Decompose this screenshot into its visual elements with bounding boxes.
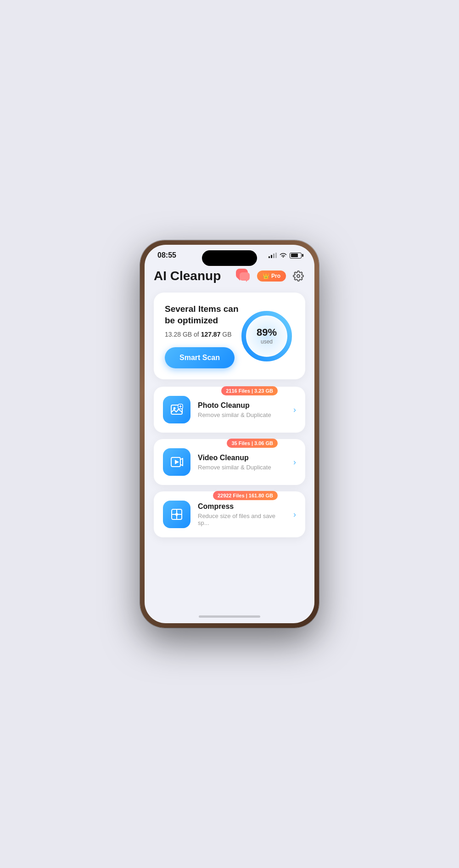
video-cleanup-chevron: › [293,457,296,467]
photo-cleanup-badge: 2116 Files | 3.23 GB [221,386,278,395]
compress-chevron: › [293,510,296,519]
crown-icon: 👑 [263,273,269,279]
chat-button[interactable] [235,268,252,284]
pro-badge-button[interactable]: 👑 Pro [257,271,286,282]
svg-point-0 [297,275,300,277]
settings-button[interactable] [291,269,305,283]
compress-icon [170,507,184,521]
status-icons [269,253,302,259]
photo-icon [170,403,184,417]
pro-label: Pro [271,273,280,279]
donut-label: used [257,338,277,345]
gear-icon [293,271,304,282]
main-content[interactable]: AI Cleanup 👑 Pro [145,263,314,609]
compress-text: Compress Reduce size of files and save s… [198,502,286,526]
compress-badge: 22922 Files | 161.80 GB [213,491,278,500]
signal-bar-4 [275,253,277,258]
status-time: 08:55 [157,251,176,259]
phone-frame: 08:55 [140,240,319,628]
compress-card[interactable]: 22922 Files | 161.80 GB Compress Reduce … [154,491,305,537]
header-actions: 👑 Pro [235,268,305,284]
compress-icon-box [163,501,190,528]
video-icon [170,455,184,469]
compress-title: Compress [198,502,286,511]
page-title: AI Cleanup [154,269,221,283]
video-cleanup-text: Video Cleanup Remove similar & Duplicate [198,454,286,471]
phone-screen: 08:55 [145,245,314,623]
photo-cleanup-card[interactable]: 2116 Files | 3.23 GB Photo Cleanup Remov… [154,387,305,433]
signal-bar-1 [269,256,270,258]
dynamic-island [202,250,257,266]
gb-label-2: GB [222,331,231,338]
donut-text: 89% used [257,327,277,345]
video-cleanup-badge: 35 Files | 3.06 GB [227,439,278,448]
storage-card: Several Items can be optimized 13.28 GB … [154,293,305,379]
photo-cleanup-title: Photo Cleanup [198,401,286,410]
total-gb: 127.87 [201,331,221,338]
video-cleanup-icon-box [163,448,190,476]
header: AI Cleanup 👑 Pro [154,263,305,293]
gb-label-1: GB of [183,331,201,338]
svg-point-5 [174,407,176,410]
bubble-front [240,272,250,281]
video-cleanup-title: Video Cleanup [198,454,286,462]
storage-size: 13.28 GB of 127.87 GB [165,331,239,338]
storage-title: Several Items can be optimized [165,304,239,326]
compress-subtitle: Reduce size of files and save sp... [198,513,286,526]
photo-cleanup-chevron: › [293,405,296,415]
home-indicator [145,609,314,623]
svg-marker-8 [175,460,179,464]
svg-point-12 [175,513,178,516]
video-cleanup-subtitle: Remove similar & Duplicate [198,464,286,471]
signal-bar-3 [273,254,274,258]
photo-cleanup-icon-box [163,396,190,423]
wifi-icon [280,253,287,258]
battery-icon [290,253,302,259]
chat-bubble-icon [236,269,251,283]
donut-chart: 89% used [239,309,294,364]
donut-percent: 89% [257,327,277,338]
signal-bar-2 [271,255,272,258]
signal-icon [269,253,277,258]
video-cleanup-card[interactable]: 35 Files | 3.06 GB Video Cleanup Remove … [154,439,305,485]
battery-fill [291,254,298,257]
photo-cleanup-subtitle: Remove similar & Duplicate [198,411,286,418]
photo-cleanup-text: Photo Cleanup Remove similar & Duplicate [198,401,286,418]
storage-info: Several Items can be optimized 13.28 GB … [165,304,239,368]
feature-cards-list: 2116 Files | 3.23 GB Photo Cleanup Remov… [154,387,305,537]
smart-scan-button[interactable]: Smart Scan [165,347,235,368]
used-gb: 13.28 [165,331,181,338]
home-bar [199,615,260,618]
